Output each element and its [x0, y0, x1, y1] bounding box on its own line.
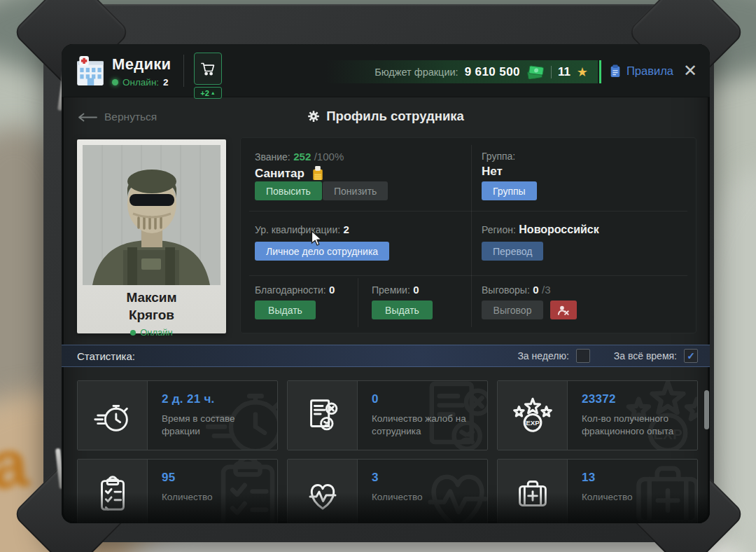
reprimand-button[interactable]: Выговор — [482, 301, 543, 319]
stat-label: Кол-во полученного фракционного опыта — [582, 413, 694, 438]
statistics-title: Статистика: — [77, 350, 135, 362]
stat-card-faction-exp: 23372 Кол-во полученного фракционного оп… — [497, 380, 698, 450]
stat-value: 2 д. 21 ч. — [162, 392, 277, 406]
close-button[interactable]: ✕ — [683, 61, 697, 81]
faction-online-status: Онлайн: 2 — [112, 77, 169, 88]
reprimand-value: 0 — [533, 284, 538, 296]
page-title: Профиль сотрудника — [62, 109, 710, 124]
stat-card-body: 23372 Кол-во полученного фракционного оп… — [568, 381, 697, 450]
employee-online-label: Онлайн — [140, 327, 173, 338]
budget-accent-bar — [599, 60, 601, 83]
group-label: Группа: — [482, 151, 515, 162]
budget-label: Бюджет фракции: — [374, 67, 458, 78]
panel-divider-vertical — [471, 145, 472, 327]
week-filter-label: За неделю: — [517, 350, 568, 361]
header-divider — [183, 55, 184, 87]
stat-label: Количество жалоб на сотрудника — [372, 413, 484, 438]
panel-divider-vertical-small — [358, 278, 358, 327]
promote-button[interactable]: Повысить — [255, 181, 322, 200]
stat-card-time-in-faction: 2 д. 21 ч. Время в составе фракции — [77, 380, 278, 450]
heart-pulse-icon — [288, 460, 358, 523]
demote-button[interactable]: Понизить — [323, 181, 388, 200]
transfer-button[interactable]: Перевод — [482, 242, 543, 261]
thanks-row: Благодарности: 0 — [255, 284, 335, 296]
employee-last-name: Крягов — [77, 307, 226, 324]
reprimand-row: Выговоры: 0 /3 — [482, 284, 551, 296]
faction-name: Медики — [112, 55, 171, 74]
group-value: Нет — [482, 165, 503, 179]
bonus-label: Премии: — [372, 284, 410, 296]
stat-value: 0 — [372, 392, 487, 406]
employee-online-status: Онлайн — [77, 327, 226, 338]
give-bonus-button[interactable]: Выдать — [372, 301, 433, 319]
hospital-icon — [74, 55, 106, 87]
app-header: Медики Онлайн: 2 +2 ▲ — [62, 44, 710, 97]
complaint-document-icon — [288, 381, 358, 450]
employee-first-name: Максим — [77, 289, 226, 307]
exp-stars-icon — [498, 381, 568, 450]
rules-button[interactable]: Правила — [609, 64, 673, 78]
stat-card-medkit: 13 Количество — [497, 459, 698, 523]
online-dot-icon — [130, 330, 136, 336]
personal-file-button[interactable]: Личное дело сотрудника — [255, 242, 389, 261]
cart-new-items-badge[interactable]: +2 ▲ — [194, 87, 222, 99]
qualification-row: Ур. квалификации: 2 — [255, 223, 349, 236]
triangle-up-icon: ▲ — [211, 90, 216, 95]
reprimand-label: Выговоры: — [482, 284, 530, 296]
online-count: 2 — [163, 77, 169, 88]
stat-label: Количество — [582, 491, 694, 504]
qualification-label: Ур. квалификации: — [255, 224, 340, 235]
employee-photo — [83, 145, 220, 285]
checklist-clipboard-icon — [78, 460, 148, 523]
stat-card-checklist: 95 Количество — [77, 459, 278, 523]
give-thanks-button[interactable]: Выдать — [255, 301, 316, 319]
budget-separator — [551, 66, 552, 78]
panel-divider-horizontal-1 — [249, 211, 687, 212]
cart-badge-count: +2 — [200, 89, 209, 97]
statistics-bar: Статистика: За неделю: За всё время: ✓ — [62, 345, 710, 367]
fire-employee-button[interactable] — [550, 301, 577, 319]
region-label: Регион: — [482, 224, 516, 235]
rank-insignia-icon — [311, 165, 325, 182]
rank-value: 252 — [293, 151, 311, 163]
app-screen: Медики Онлайн: 2 +2 ▲ — [62, 44, 710, 523]
alltime-filter-checkbox[interactable]: ✓ — [684, 349, 698, 363]
medkit-icon — [498, 460, 568, 523]
stat-label: Время в составе фракции — [162, 413, 274, 438]
stat-label: Количество — [372, 491, 484, 504]
rules-notepad-icon — [609, 64, 622, 78]
screenshot-stage: a — [0, 0, 756, 552]
stat-card-body: 0 Количество жалоб на сотрудника — [358, 381, 487, 450]
week-filter-checkbox[interactable] — [576, 349, 590, 363]
stat-label: Количество — [162, 491, 274, 504]
money-icon — [526, 65, 545, 79]
region-row: Регион: Новороссийск — [482, 223, 599, 236]
rank-name-row: Санитар — [255, 165, 325, 182]
stat-card-complaints: 0 Количество жалоб на сотрудника — [287, 380, 488, 450]
gear-icon — [307, 110, 320, 123]
rules-label: Правила — [626, 64, 673, 78]
stat-value: 13 — [582, 471, 697, 485]
groups-button[interactable]: Группы — [482, 181, 537, 200]
alltime-filter-label: За всё время: — [614, 350, 677, 361]
scrollbar-thumb[interactable] — [704, 390, 709, 429]
shop-cart-button[interactable] — [194, 53, 222, 85]
rank-row: Звание: 252 /100% — [255, 151, 344, 163]
reprimand-suffix: /3 — [542, 284, 551, 296]
stat-value: 3 — [372, 471, 487, 485]
stat-value: 23372 — [582, 392, 697, 406]
stat-value: 95 — [162, 471, 277, 485]
faction-budget: Бюджет фракции: 9 610 500 11 ★ — [326, 60, 598, 83]
stat-card-heart: 3 Количество — [287, 459, 488, 523]
employee-profile-panel: Звание: 252 /100% Санитар Повысить Пониз… — [240, 137, 696, 333]
rank-suffix: /100% — [314, 151, 344, 163]
star-icon: ★ — [577, 66, 588, 78]
thanks-label: Благодарности: — [255, 284, 326, 296]
thanks-value: 0 — [329, 284, 335, 296]
stat-card-body: 13 Количество — [568, 460, 697, 523]
person-remove-icon — [556, 303, 570, 317]
employee-photo-card: Максим Крягов Онлайн — [77, 139, 226, 333]
stopwatch-icon — [78, 381, 148, 450]
qualification-value: 2 — [344, 223, 349, 235]
statistics-filters: За неделю: За всё время: ✓ — [517, 349, 698, 363]
